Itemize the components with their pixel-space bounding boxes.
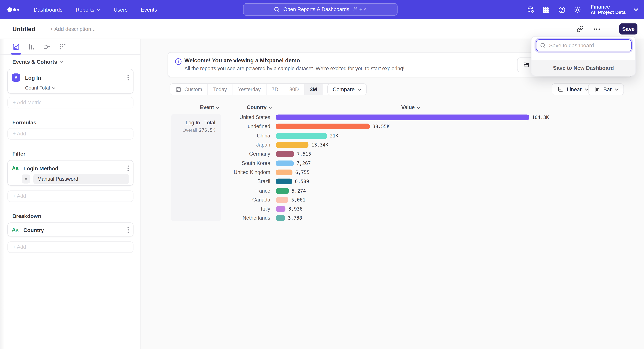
chart-row: United Kingdom6,755 (141, 168, 552, 177)
banner-subtitle: All the reports you see are powered by a… (184, 66, 404, 71)
chevron-down-icon (417, 107, 420, 109)
chart-bar[interactable] (276, 124, 370, 129)
filter-operator[interactable]: = (22, 174, 30, 184)
help-icon[interactable] (558, 5, 566, 14)
events-cohorts-heading[interactable]: Events & Cohorts (12, 59, 63, 65)
chart-bar[interactable] (276, 215, 285, 221)
save-dashboard-input[interactable] (536, 39, 632, 51)
top-nav: DashboardsReportsUsersEvents Open Report… (0, 0, 644, 19)
settings-gear-icon[interactable] (574, 5, 582, 14)
chart-bar[interactable] (276, 206, 286, 212)
chevron-down-icon (97, 8, 100, 11)
project-switcher[interactable]: Finance All Project Data (591, 4, 626, 15)
nav-item-events[interactable]: Events (141, 6, 157, 13)
metric-card[interactable]: A Log In Count Total (8, 69, 134, 93)
chart-value-label: 7,267 (296, 160, 311, 166)
save-to-dashboard-popup: Save to New Dashboard (531, 36, 636, 76)
range-30d[interactable]: 30D (284, 84, 304, 95)
add-description-button[interactable]: + Add description... (50, 26, 96, 32)
nav-item-users[interactable]: Users (114, 6, 128, 13)
range-3m[interactable]: 3M (304, 84, 322, 95)
chart-bar[interactable] (276, 197, 288, 203)
filter-property-name[interactable]: Login Method (24, 165, 122, 171)
chart-value-label: 13.34K (311, 142, 328, 148)
chart-bar[interactable] (276, 160, 294, 166)
kebab-menu-icon[interactable] (127, 74, 129, 81)
chart-value-label: 104.3K (532, 115, 549, 120)
tab-insights[interactable] (12, 43, 20, 50)
kebab-menu-icon[interactable] (127, 227, 129, 233)
filter-value[interactable]: Manual Password (33, 174, 129, 184)
data-management-icon[interactable] (526, 5, 535, 14)
add-formula-button[interactable]: + Add (8, 128, 134, 140)
search-icon (540, 43, 546, 48)
active-tab-indicator (11, 53, 21, 55)
chart-bar[interactable] (276, 169, 292, 175)
metric-event-name[interactable]: Log In (25, 74, 122, 81)
breakdown-property-name[interactable]: Country (24, 227, 122, 233)
add-breakdown-button[interactable]: + Add (8, 241, 134, 253)
linear-axis-icon (557, 86, 564, 92)
apps-grid-icon[interactable] (542, 5, 550, 14)
top-nav-right: Finance All Project Data (526, 4, 644, 15)
breakdown-card[interactable]: Aa Country (8, 222, 134, 236)
filter-card[interactable]: Aa Login Method = Manual Password (8, 160, 134, 186)
more-options-icon[interactable] (593, 26, 601, 32)
range-today[interactable]: Today (208, 84, 232, 95)
column-header-country[interactable]: Country (247, 105, 272, 110)
project-name: Finance (591, 4, 626, 10)
save-dashboard-search[interactable] (536, 39, 632, 51)
tab-funnels[interactable] (28, 43, 36, 50)
chart-category-label: South Korea (141, 160, 270, 166)
chevron-down-icon (615, 88, 619, 90)
chart-type-button[interactable]: Bar (588, 83, 624, 95)
save-to-new-dashboard-button[interactable]: Save to New Dashboard (532, 60, 636, 76)
aggregation-selector[interactable]: Count Total (25, 85, 55, 91)
chart-bar[interactable] (276, 142, 308, 148)
chart-category-label: Brazil (141, 179, 270, 184)
chart-row: United States104.3K (141, 113, 552, 122)
chart-value-label: 5,061 (291, 197, 306, 203)
range-yesterday[interactable]: Yesterday (232, 84, 266, 95)
folder-icon (523, 61, 530, 68)
chart-row: Netherlands3,738 (141, 214, 552, 223)
report-type-tabs (0, 39, 140, 55)
nav-item-dashboards[interactable]: Dashboards (34, 6, 62, 13)
value-mode-button[interactable]: Linear (552, 83, 594, 95)
nav-item-reports[interactable]: Reports (76, 6, 100, 13)
report-title[interactable]: Untitled (12, 25, 35, 32)
kebab-menu-icon[interactable] (127, 165, 129, 171)
chart-category-label: France (141, 188, 270, 193)
tab-flows[interactable] (44, 43, 51, 50)
bar-chart: United States104.3Kundefined38.55KChina2… (141, 113, 552, 223)
banner-title: Welcome! You are viewing a Mixpanel demo (184, 57, 300, 64)
chart-category-label: Japan (141, 142, 270, 148)
share-link-icon[interactable] (576, 25, 584, 32)
chart-bar[interactable] (276, 115, 529, 120)
formulas-heading: Formulas (12, 119, 36, 126)
chevron-down-icon (60, 60, 63, 63)
chart-value-label: 7,515 (297, 151, 311, 157)
range-custom[interactable]: Custom (170, 84, 208, 95)
mixpanel-logo-icon[interactable] (8, 7, 21, 12)
chart-category-label: Netherlands (141, 215, 270, 221)
add-filter-button[interactable]: + Add (8, 190, 134, 202)
chevron-down-icon (52, 87, 55, 89)
global-search-button[interactable]: Open Reports & Dashboards ⌘ + K (243, 3, 398, 15)
column-header-value[interactable]: Value (401, 105, 420, 110)
chevron-down-icon[interactable] (634, 8, 638, 11)
chart-bar[interactable] (276, 151, 294, 157)
save-button[interactable]: Save (619, 23, 638, 34)
chart-row: South Korea7,267 (141, 159, 552, 168)
chart-row: Japan13.34K (141, 140, 552, 150)
tab-retention[interactable] (59, 43, 66, 50)
add-metric-button[interactable]: + Add Metric (8, 97, 134, 108)
compare-button[interactable]: Compare (327, 83, 367, 95)
chart-bar[interactable] (276, 188, 289, 193)
chart-category-label: China (141, 133, 270, 139)
column-header-event[interactable]: Event (200, 105, 219, 110)
filter-heading: Filter (12, 151, 25, 157)
range-7d[interactable]: 7D (266, 84, 284, 95)
chart-bar[interactable] (276, 133, 327, 139)
chart-bar[interactable] (276, 179, 292, 184)
